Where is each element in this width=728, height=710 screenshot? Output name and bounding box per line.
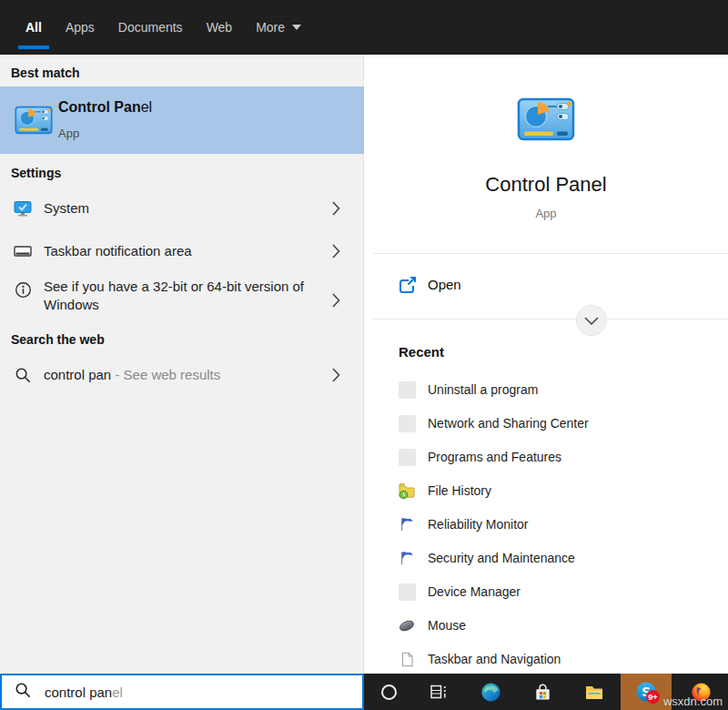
divider xyxy=(373,319,728,320)
best-match-result[interactable]: Control Panel App xyxy=(0,86,364,154)
info-icon xyxy=(13,279,33,299)
document-icon xyxy=(398,650,416,668)
recent-item-taskbar-navigation[interactable]: Taskbar and Navigation xyxy=(364,643,728,676)
best-match-title: Control Panel xyxy=(58,99,152,116)
chevron-right-icon xyxy=(332,201,340,219)
search-filter-tabs: All Apps Documents Web More xyxy=(0,0,728,55)
chevron-right-icon xyxy=(332,368,340,386)
settings-item-label: Taskbar notification area xyxy=(44,242,192,260)
recent-item-programs-features[interactable]: Programs and Features xyxy=(364,441,728,474)
web-suggestion-label: control pan - See web results xyxy=(44,366,220,384)
search-input-text: control panel xyxy=(45,685,123,700)
divider xyxy=(373,253,728,254)
edge-icon xyxy=(480,682,501,703)
best-match-title-rest: el xyxy=(141,99,152,115)
settings-item-32bit-64bit[interactable]: See if you have a 32-bit or 64-bit versi… xyxy=(0,272,364,330)
placeholder-icon xyxy=(398,448,416,466)
preview-app-subtitle: App xyxy=(364,207,728,220)
tab-documents-label: Documents xyxy=(118,20,183,35)
open-action[interactable]: Open xyxy=(364,264,728,319)
search-icon xyxy=(15,682,32,703)
tab-all[interactable]: All xyxy=(25,0,42,55)
recent-item-label: Taskbar and Navigation xyxy=(428,652,561,666)
skype-button[interactable]: S 9+ xyxy=(621,674,672,710)
settings-header: Settings xyxy=(11,166,61,180)
tab-apps[interactable]: Apps xyxy=(66,0,95,55)
placeholder-icon xyxy=(398,380,416,399)
control-panel-icon xyxy=(15,101,53,139)
search-icon xyxy=(13,365,33,385)
mouse-icon xyxy=(398,616,416,634)
settings-item-system[interactable]: System xyxy=(0,187,364,230)
tab-web[interactable]: Web xyxy=(207,0,233,55)
taskbar-search-input[interactable]: control panel xyxy=(0,674,364,710)
chevron-right-icon xyxy=(332,293,340,311)
store-icon xyxy=(533,683,552,702)
skype-notification-badge: 9+ xyxy=(646,690,660,704)
file-explorer-button[interactable] xyxy=(572,674,616,710)
taskbar-area-icon xyxy=(13,241,33,261)
tab-documents[interactable]: Documents xyxy=(118,0,183,55)
recent-item-file-history[interactable]: File History xyxy=(364,474,728,508)
preview-app-title: Control Panel xyxy=(364,173,728,197)
expand-collapse-button[interactable] xyxy=(576,305,607,336)
edge-button[interactable] xyxy=(469,674,512,710)
best-match-header: Best match xyxy=(11,66,79,80)
open-external-icon xyxy=(398,277,418,295)
recent-item-label: Mouse xyxy=(428,618,466,633)
cortana-button[interactable] xyxy=(367,674,410,710)
chevron-down-icon xyxy=(584,317,599,325)
result-preview-panel: Control Panel App Open Recent Uninstall … xyxy=(364,55,728,674)
recent-item-reliability-monitor[interactable]: Reliability Monitor xyxy=(364,508,728,542)
task-view-button[interactable] xyxy=(417,674,460,710)
file-explorer-icon xyxy=(584,682,604,702)
open-action-label: Open xyxy=(428,277,461,292)
settings-item-label: System xyxy=(44,199,89,218)
taskbar: S 9+ wsxdn.com xyxy=(364,674,728,710)
recent-item-label: Network and Sharing Center xyxy=(428,416,589,431)
flag-icon xyxy=(398,515,416,533)
chevron-down-icon xyxy=(292,25,301,30)
web-suggestion-query: control pan xyxy=(44,367,111,382)
tab-web-label: Web xyxy=(207,20,233,35)
firefox-button[interactable] xyxy=(679,674,723,710)
task-view-icon xyxy=(429,682,449,702)
recent-item-mouse[interactable]: Mouse xyxy=(364,609,728,643)
settings-item-label: See if you have a 32-bit or 64-bit versi… xyxy=(44,278,317,315)
search-typed-text: control pan xyxy=(45,685,112,700)
search-web-header: Search the web xyxy=(11,332,105,347)
search-suggestion-text: el xyxy=(112,685,123,700)
recent-item-uninstall-program[interactable]: Uninstall a program xyxy=(364,373,728,407)
tab-more-label: More xyxy=(256,20,285,35)
search-results-panel: Best match Control Panel App xyxy=(0,55,364,674)
tab-all-label: All xyxy=(25,20,42,35)
recent-item-security-maintenance[interactable]: Security and Maintenance xyxy=(364,542,728,575)
active-tab-underline xyxy=(18,46,49,49)
file-history-icon xyxy=(398,482,416,500)
recent-item-label: Programs and Features xyxy=(428,450,561,464)
control-panel-icon-large xyxy=(517,94,575,145)
best-match-title-typed: Control Pan xyxy=(58,99,141,115)
settings-item-taskbar-notification[interactable]: Taskbar notification area xyxy=(0,229,364,273)
cortana-icon xyxy=(381,685,397,700)
recent-item-label: Reliability Monitor xyxy=(428,517,528,532)
recent-item-label: Device Manager xyxy=(428,584,521,599)
placeholder-icon xyxy=(398,414,416,432)
chevron-right-icon xyxy=(332,244,340,262)
best-match-subtitle: App xyxy=(58,127,79,140)
system-monitor-icon xyxy=(13,198,33,218)
windows-search-flyout: All Apps Documents Web More Best match xyxy=(0,0,728,710)
recent-item-label: File History xyxy=(428,483,491,498)
placeholder-icon xyxy=(398,583,416,601)
tab-more[interactable]: More xyxy=(256,0,301,55)
recent-item-network-sharing[interactable]: Network and Sharing Center xyxy=(364,407,728,441)
web-suggestion-suffix: - See web results xyxy=(115,367,220,382)
recent-item-device-manager[interactable]: Device Manager xyxy=(364,575,728,609)
recent-item-label: Security and Maintenance xyxy=(428,551,575,565)
tab-apps-label: Apps xyxy=(66,20,95,35)
flag-icon xyxy=(398,549,416,567)
recent-item-label: Uninstall a program xyxy=(428,382,538,397)
store-button[interactable] xyxy=(521,674,564,710)
firefox-icon xyxy=(691,682,712,703)
web-search-suggestion[interactable]: control pan - See web results xyxy=(0,355,364,395)
